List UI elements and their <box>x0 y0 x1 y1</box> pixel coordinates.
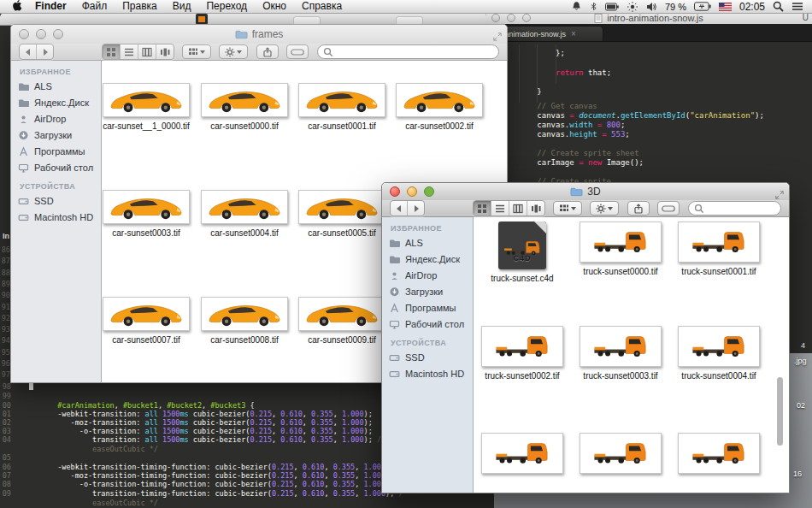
view-coverflow-button[interactable] <box>156 44 174 59</box>
bell-icon[interactable] <box>571 1 582 12</box>
back-button[interactable] <box>391 201 407 216</box>
view-coverflow-button[interactable] <box>527 201 544 216</box>
file-item[interactable]: C4Dtruck-sunset.c4d <box>474 222 570 284</box>
forward-button[interactable] <box>407 201 424 216</box>
sidebar-item-яндекс-диск[interactable]: Яндекс.Диск <box>389 254 471 264</box>
fullscreen-icon[interactable] <box>493 29 502 44</box>
sidebar-item-загрузки[interactable]: Загрузки <box>18 130 99 140</box>
apple-menu[interactable] <box>7 0 27 14</box>
view-grid-button[interactable] <box>103 44 120 59</box>
file-item[interactable]: car-sunset0009.tif <box>294 297 390 346</box>
view-list-button[interactable] <box>120 44 138 59</box>
menu-item-окно[interactable]: Окно <box>255 0 294 12</box>
share-button[interactable] <box>256 44 279 59</box>
sidebar-item-macintosh-hd[interactable]: Macintosh HD <box>389 369 471 379</box>
menu-item-вид[interactable]: Вид <box>165 0 199 12</box>
sidebar-item-рабочий-стол[interactable]: Рабочий стол <box>18 162 99 173</box>
file-item[interactable]: truck-sunset0004.tif <box>671 326 767 381</box>
file-item[interactable] <box>671 433 767 474</box>
file-item[interactable]: car-sunset0004.tif <box>197 190 292 239</box>
minimize-button[interactable] <box>507 14 515 22</box>
file-item[interactable]: car-sunset0002.tif <box>391 83 487 132</box>
menu-item-переход[interactable]: Переход <box>198 0 255 12</box>
sidebar-item-рабочий-стол[interactable]: Рабочий стол <box>389 319 471 329</box>
folder-icon <box>18 97 29 108</box>
tag-button[interactable] <box>286 44 309 59</box>
bluetooth-icon[interactable] <box>590 1 597 12</box>
sidebar-item-label: SSD <box>405 352 425 363</box>
file-item[interactable]: car-sunset0005.tif <box>294 190 390 239</box>
file-item[interactable]: truck-sunset0002.tif <box>474 326 570 381</box>
menu-item-правка[interactable]: Правка <box>115 0 165 12</box>
threed-finder-window[interactable]: 3D ИЗБРАННОЕALSЯндекс.ДискAirDropЗагрузк… <box>381 182 790 493</box>
view-columns-button[interactable] <box>138 44 156 59</box>
file-item[interactable]: car-sunset__1_0000.tif <box>102 83 194 132</box>
sidebar-item-загрузки[interactable]: Загрузки <box>389 286 471 297</box>
sidebar-item-ssd[interactable]: SSD <box>389 352 471 363</box>
close-button[interactable] <box>19 29 29 39</box>
minimize-button[interactable] <box>36 29 46 39</box>
file-item[interactable]: car-sunset0007.tif <box>102 297 194 346</box>
download-icon <box>18 130 29 140</box>
spotlight-icon[interactable] <box>773 1 784 12</box>
tag-button[interactable] <box>657 201 680 216</box>
file-item[interactable]: truck-sunset0001.tif <box>671 222 767 277</box>
sidebar-item-яндекс-диск[interactable]: Яндекс.Диск <box>18 97 99 108</box>
sidebar-item-label: Рабочий стол <box>34 162 93 173</box>
sidebar-item-программы[interactable]: Программы <box>389 303 471 313</box>
editor-titlebar[interactable]: intro-animation-snow.js U <box>485 12 812 25</box>
truck-image <box>495 440 550 466</box>
sidebar-item-программы[interactable]: Программы <box>18 146 99 157</box>
minimize-button[interactable] <box>407 186 417 197</box>
file-item[interactable] <box>573 433 668 474</box>
file-item[interactable] <box>474 433 570 474</box>
sidebar-item-ssd[interactable]: SSD <box>18 196 99 206</box>
file-name: truck-sunset0002.tif <box>477 371 568 381</box>
forward-button[interactable] <box>36 44 53 59</box>
file-item[interactable]: car-sunset0003.tif <box>102 190 194 239</box>
file-item[interactable]: truck-sunset0000.tif <box>573 222 668 277</box>
menu-item-справка[interactable]: Справка <box>294 0 350 12</box>
zoom-button[interactable] <box>522 14 531 22</box>
sidebar-item-airdrop[interactable]: AirDrop <box>389 270 471 281</box>
search-input[interactable] <box>317 44 499 59</box>
arrange-button[interactable] <box>553 201 582 216</box>
sidebar-item-macintosh-hd[interactable]: Macintosh HD <box>18 212 99 222</box>
search-input[interactable] <box>688 201 781 216</box>
battery-charging-icon[interactable] <box>694 2 711 11</box>
tab-close-icon[interactable]: × <box>571 29 576 38</box>
menu-bar-clock[interactable]: 02:05 <box>739 1 765 13</box>
close-button[interactable] <box>491 14 500 22</box>
zoom-button[interactable] <box>424 186 434 197</box>
file-item[interactable]: truck-sunset0003.tif <box>573 326 668 381</box>
vertical-scrollbar[interactable] <box>777 377 783 446</box>
back-button[interactable] <box>20 44 36 59</box>
columns-view-icon <box>513 204 523 214</box>
share-button[interactable] <box>627 201 650 216</box>
menu-item-файл[interactable]: Файл <box>74 0 115 12</box>
notification-center-icon[interactable] <box>791 2 803 11</box>
sidebar-item-als[interactable]: ALS <box>18 81 99 92</box>
sidebar-item-als[interactable]: ALS <box>389 238 471 248</box>
view-list-button[interactable] <box>491 201 509 216</box>
line-number: 06 <box>0 463 11 471</box>
sidebar-item-airdrop[interactable]: AirDrop <box>18 114 99 124</box>
keyboard-battery-icon[interactable] <box>605 3 619 11</box>
frames-sidebar: ИЗБРАННОЕALSЯндекс.ДискAirDropЗагрузкиПр… <box>11 61 102 382</box>
threed-titlebar[interactable]: 3D <box>382 183 789 201</box>
file-item[interactable]: car-sunset0008.tif <box>197 297 292 346</box>
action-button[interactable] <box>590 201 619 216</box>
view-grid-button[interactable] <box>474 201 491 216</box>
volume-icon[interactable] <box>646 2 657 12</box>
view-columns-button[interactable] <box>509 201 527 216</box>
frames-titlebar[interactable]: frames <box>11 25 507 44</box>
brightness-icon[interactable] <box>627 1 638 13</box>
zoom-button[interactable] <box>53 29 63 39</box>
file-item[interactable]: car-sunset0000.tif <box>197 83 292 132</box>
us-flag-icon[interactable] <box>719 3 732 11</box>
menu-item-finder[interactable]: Finder <box>27 0 74 12</box>
file-item[interactable]: car-sunset0001.tif <box>294 83 390 132</box>
arrange-button[interactable] <box>182 44 211 59</box>
close-button[interactable] <box>390 186 400 197</box>
action-button[interactable] <box>219 44 248 59</box>
